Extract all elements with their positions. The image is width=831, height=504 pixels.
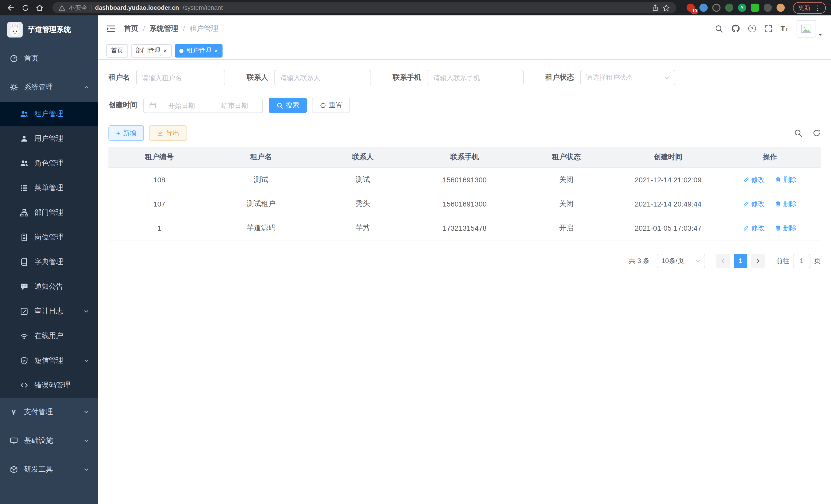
sidebar-item-online-users[interactable]: 在线用户	[0, 324, 98, 348]
export-button[interactable]: 导出	[149, 125, 187, 141]
profile-avatar-icon[interactable]	[776, 4, 785, 12]
sidebar-item-audit-log[interactable]: 审计日志	[0, 299, 98, 324]
next-page-button[interactable]	[751, 254, 765, 268]
date-range-picker[interactable]: -	[143, 98, 263, 113]
user-avatar-menu[interactable]	[797, 20, 823, 37]
fullscreen-icon[interactable]	[764, 24, 772, 33]
page-size-select[interactable]: 10条/页	[657, 254, 705, 268]
phone-field[interactable]	[433, 74, 518, 82]
extension-icon-6[interactable]	[751, 4, 759, 12]
back-icon[interactable]	[5, 2, 17, 13]
search-button[interactable]: 搜索	[269, 98, 307, 113]
table-toolbar: + 新增 导出	[109, 125, 821, 141]
active-tab-dot	[179, 49, 183, 53]
sidebar-item-role[interactable]: 角色管理	[0, 151, 98, 176]
goto-unit: 页	[814, 256, 821, 265]
tenant-name-input[interactable]	[136, 70, 225, 85]
contact-input[interactable]	[275, 70, 371, 85]
sidebar-item-infra[interactable]: 基础设施	[0, 426, 98, 455]
sidebar-item-user[interactable]: 用户管理	[0, 126, 98, 151]
page-1-button[interactable]: 1	[734, 254, 747, 268]
end-date-field[interactable]	[212, 101, 257, 109]
tenant-name-field[interactable]	[142, 74, 220, 82]
share-icon[interactable]	[652, 4, 659, 11]
extension-icon-5[interactable]: Y	[738, 4, 746, 12]
url-bar[interactable]: 不安全 dashboard.yudao.iocoder.cn/system/te…	[52, 2, 676, 13]
cell-contact: 测试	[312, 168, 414, 191]
sidebar-item-label: 部门管理	[34, 208, 63, 217]
tab-dept[interactable]: 部门管理 ×	[131, 44, 172, 57]
goto-page-input[interactable]	[793, 254, 810, 268]
refresh-table-icon[interactable]	[812, 129, 821, 137]
col-created: 创建时间	[617, 147, 719, 168]
sidebar-item-system[interactable]: 系统管理	[0, 73, 98, 102]
sidebar-item-dev-tools[interactable]: 研发工具	[0, 455, 98, 484]
sidebar-item-error-code[interactable]: 错误码管理	[0, 373, 98, 398]
sidebar-item-home[interactable]: 首页	[0, 44, 98, 73]
tab-close-icon[interactable]: ×	[164, 48, 167, 54]
sidebar-item-label: 通知公告	[34, 282, 63, 291]
security-label: 不安全	[69, 3, 87, 12]
add-button-label: 新增	[123, 128, 136, 138]
bookmark-star-icon[interactable]	[662, 4, 670, 11]
app-logo[interactable]: 芋道管理系统	[0, 16, 98, 44]
extensions-puzzle-icon[interactable]	[764, 4, 772, 12]
extension-icon-2[interactable]	[699, 4, 708, 12]
contact-label: 联系人	[247, 73, 268, 82]
breadcrumb-system[interactable]: 系统管理	[149, 24, 178, 33]
sidebar-item-sms[interactable]: 短信管理	[0, 348, 98, 373]
delete-link[interactable]: 删除	[775, 175, 797, 184]
warning-icon	[59, 4, 65, 11]
breadcrumb-home[interactable]: 首页	[124, 24, 138, 33]
start-date-field[interactable]	[159, 101, 204, 109]
sidebar-item-dept[interactable]: 部门管理	[0, 200, 98, 225]
github-icon[interactable]	[731, 24, 740, 33]
sidebar-collapse-icon[interactable]	[106, 24, 116, 33]
sidebar-item-label: 在线用户	[34, 331, 63, 340]
edit-link[interactable]: 修改	[743, 223, 765, 233]
caret-down-icon	[818, 32, 823, 37]
toggle-search-icon[interactable]	[794, 129, 802, 137]
add-button[interactable]: + 新增	[109, 125, 144, 141]
sidebar-item-menu[interactable]: 菜单管理	[0, 176, 98, 200]
edit-link[interactable]: 修改	[743, 175, 765, 184]
col-contact: 联系人	[312, 147, 414, 168]
phone-input[interactable]	[428, 70, 524, 85]
contact-field[interactable]	[280, 74, 365, 82]
browser-menu-icon[interactable]: ⋮	[814, 4, 821, 11]
breadcrumb: 首页 / 系统管理 / 租户管理	[124, 24, 219, 33]
reset-button[interactable]: 重置	[312, 98, 350, 113]
tab-tenant[interactable]: 租户管理 ×	[175, 44, 223, 57]
chrome-update-button[interactable]: 更新 ⋮	[793, 2, 826, 13]
font-size-icon[interactable]: TT	[780, 25, 789, 32]
cell-actions: 修改 删除	[719, 168, 821, 191]
status-label: 租户状态	[545, 73, 574, 82]
delete-link[interactable]: 删除	[775, 199, 797, 208]
sidebar-item-dict[interactable]: 字典管理	[0, 250, 98, 274]
sidebar-item-post[interactable]: 岗位管理	[0, 225, 98, 250]
status-select[interactable]: 请选择租户状态	[580, 70, 675, 85]
yen-icon: ¥	[9, 408, 18, 416]
cell-contact: 芋艿	[312, 216, 414, 240]
edit-link[interactable]: 修改	[743, 199, 765, 208]
delete-link[interactable]: 删除	[775, 223, 797, 233]
header-search-icon[interactable]	[715, 24, 723, 33]
home-icon[interactable]	[34, 2, 45, 13]
book-icon	[20, 258, 28, 266]
extension-icon-1[interactable]: 10	[687, 4, 695, 12]
tab-close-icon[interactable]: ×	[214, 48, 218, 54]
refresh-icon[interactable]	[20, 2, 31, 13]
extension-icon-3[interactable]	[712, 4, 720, 12]
tab-home[interactable]: 首页	[106, 44, 128, 57]
sidebar-item-tenant[interactable]: 租户管理	[0, 102, 98, 126]
sidebar-item-payment[interactable]: ¥ 支付管理	[0, 398, 98, 426]
cell-actions: 修改 删除	[719, 191, 821, 216]
tab-label: 首页	[111, 46, 123, 55]
extension-icon-4[interactable]	[725, 4, 733, 12]
cell-phone: 15601691300	[414, 168, 515, 191]
sidebar-item-notice[interactable]: 通知公告	[0, 274, 98, 299]
prev-page-button[interactable]	[716, 254, 730, 268]
page-size-value: 10条/页	[661, 256, 684, 265]
url-divider	[91, 5, 91, 11]
help-icon[interactable]: ?	[748, 25, 756, 32]
